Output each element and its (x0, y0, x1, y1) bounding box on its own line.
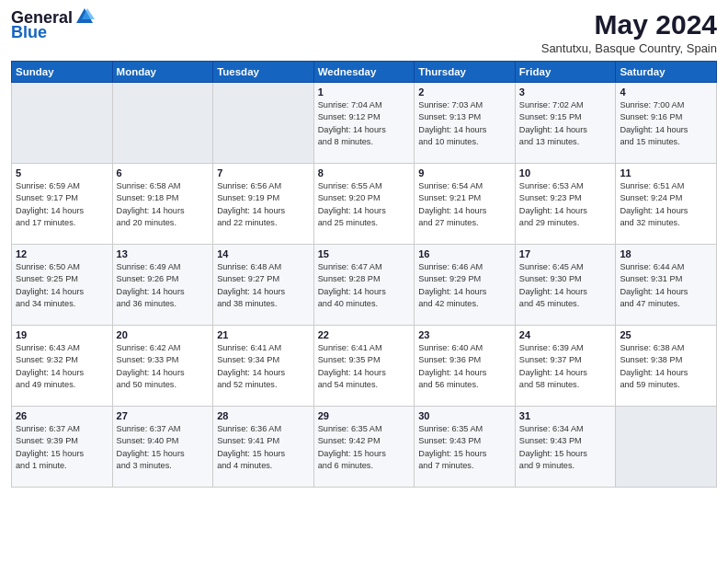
day-number: 27 (117, 410, 210, 421)
day-number: 13 (117, 248, 210, 259)
table-row: 3Sunrise: 7:02 AMSunset: 9:15 PMDaylight… (515, 83, 616, 164)
table-row: 23Sunrise: 6:40 AMSunset: 9:36 PMDayligh… (415, 326, 516, 407)
day-info: Sunrise: 6:47 AMSunset: 9:28 PMDaylight:… (318, 261, 411, 310)
table-row: 8Sunrise: 6:55 AMSunset: 9:20 PMDaylight… (313, 164, 415, 245)
table-row (213, 83, 314, 164)
table-row: 27Sunrise: 6:37 AMSunset: 9:40 PMDayligh… (112, 407, 213, 488)
calendar-week-row: 19Sunrise: 6:43 AMSunset: 9:32 PMDayligh… (12, 326, 717, 407)
table-row: 26Sunrise: 6:37 AMSunset: 9:39 PMDayligh… (12, 407, 113, 488)
title-block: May 2024 Santutxu, Basque Country, Spain (541, 9, 717, 55)
day-number: 8 (318, 167, 411, 178)
day-info: Sunrise: 6:38 AMSunset: 9:38 PMDaylight:… (620, 342, 712, 391)
day-number: 2 (418, 86, 511, 98)
table-row: 5Sunrise: 6:59 AMSunset: 9:17 PMDaylight… (12, 164, 113, 245)
day-info: Sunrise: 6:49 AMSunset: 9:26 PMDaylight:… (117, 261, 210, 310)
day-number: 21 (217, 329, 310, 340)
col-sunday: Sunday (12, 62, 113, 83)
table-row: 4Sunrise: 7:00 AMSunset: 9:16 PMDaylight… (616, 83, 717, 164)
table-row (12, 83, 113, 164)
table-row: 11Sunrise: 6:51 AMSunset: 9:24 PMDayligh… (616, 164, 717, 245)
day-number: 3 (519, 86, 612, 98)
table-row: 1Sunrise: 7:04 AMSunset: 9:12 PMDaylight… (313, 83, 415, 164)
day-number: 5 (16, 167, 108, 178)
table-row: 17Sunrise: 6:45 AMSunset: 9:30 PMDayligh… (515, 245, 616, 326)
calendar-week-row: 1Sunrise: 7:04 AMSunset: 9:12 PMDaylight… (12, 83, 717, 164)
table-row: 16Sunrise: 6:46 AMSunset: 9:29 PMDayligh… (415, 245, 516, 326)
table-row: 25Sunrise: 6:38 AMSunset: 9:38 PMDayligh… (616, 326, 717, 407)
table-row: 24Sunrise: 6:39 AMSunset: 9:37 PMDayligh… (515, 326, 616, 407)
day-info: Sunrise: 6:44 AMSunset: 9:31 PMDaylight:… (620, 261, 712, 310)
day-info: Sunrise: 6:53 AMSunset: 9:23 PMDaylight:… (519, 180, 612, 229)
day-number: 18 (620, 248, 712, 259)
table-row: 19Sunrise: 6:43 AMSunset: 9:32 PMDayligh… (12, 326, 113, 407)
day-info: Sunrise: 7:04 AMSunset: 9:12 PMDaylight:… (318, 99, 411, 148)
col-thursday: Thursday (415, 62, 516, 83)
day-number: 7 (217, 167, 310, 178)
page-header: General Blue May 2024 Santutxu, Basque C… (11, 9, 717, 55)
day-info: Sunrise: 6:39 AMSunset: 9:37 PMDaylight:… (519, 342, 612, 391)
day-info: Sunrise: 6:35 AMSunset: 9:43 PMDaylight:… (418, 423, 511, 472)
logo-blue: Blue (11, 24, 47, 42)
calendar-table: Sunday Monday Tuesday Wednesday Thursday… (11, 61, 717, 488)
day-number: 4 (620, 86, 712, 98)
day-info: Sunrise: 7:00 AMSunset: 9:16 PMDaylight:… (620, 99, 712, 148)
day-info: Sunrise: 6:35 AMSunset: 9:42 PMDaylight:… (318, 423, 411, 472)
day-number: 17 (519, 248, 612, 259)
table-row: 21Sunrise: 6:41 AMSunset: 9:34 PMDayligh… (213, 326, 314, 407)
table-row: 28Sunrise: 6:36 AMSunset: 9:41 PMDayligh… (213, 407, 314, 488)
day-number: 9 (418, 167, 511, 178)
table-row: 30Sunrise: 6:35 AMSunset: 9:43 PMDayligh… (415, 407, 516, 488)
day-number: 26 (16, 410, 108, 421)
calendar-week-row: 26Sunrise: 6:37 AMSunset: 9:39 PMDayligh… (12, 407, 717, 488)
day-number: 30 (418, 410, 511, 421)
col-saturday: Saturday (616, 62, 717, 83)
day-number: 11 (620, 167, 712, 178)
day-info: Sunrise: 6:51 AMSunset: 9:24 PMDaylight:… (620, 180, 712, 229)
table-row: 7Sunrise: 6:56 AMSunset: 9:19 PMDaylight… (213, 164, 314, 245)
day-info: Sunrise: 6:42 AMSunset: 9:33 PMDaylight:… (117, 342, 210, 391)
day-number: 6 (117, 167, 210, 178)
day-info: Sunrise: 7:02 AMSunset: 9:15 PMDaylight:… (519, 99, 612, 148)
day-info: Sunrise: 6:34 AMSunset: 9:43 PMDaylight:… (519, 423, 612, 472)
table-row: 13Sunrise: 6:49 AMSunset: 9:26 PMDayligh… (112, 245, 213, 326)
day-info: Sunrise: 6:37 AMSunset: 9:40 PMDaylight:… (117, 423, 210, 472)
day-number: 25 (620, 329, 712, 340)
table-row: 2Sunrise: 7:03 AMSunset: 9:13 PMDaylight… (415, 83, 516, 164)
day-info: Sunrise: 6:59 AMSunset: 9:17 PMDaylight:… (16, 180, 108, 229)
table-row: 6Sunrise: 6:58 AMSunset: 9:18 PMDaylight… (112, 164, 213, 245)
table-row: 31Sunrise: 6:34 AMSunset: 9:43 PMDayligh… (515, 407, 616, 488)
day-number: 23 (418, 329, 511, 340)
calendar-week-row: 5Sunrise: 6:59 AMSunset: 9:17 PMDaylight… (12, 164, 717, 245)
day-number: 31 (519, 410, 612, 421)
day-info: Sunrise: 6:40 AMSunset: 9:36 PMDaylight:… (418, 342, 511, 391)
table-row: 18Sunrise: 6:44 AMSunset: 9:31 PMDayligh… (616, 245, 717, 326)
day-info: Sunrise: 6:50 AMSunset: 9:25 PMDaylight:… (16, 261, 108, 310)
day-number: 20 (117, 329, 210, 340)
day-info: Sunrise: 6:54 AMSunset: 9:21 PMDaylight:… (418, 180, 511, 229)
day-number: 16 (418, 248, 511, 259)
day-info: Sunrise: 6:46 AMSunset: 9:29 PMDaylight:… (418, 261, 511, 310)
table-row: 15Sunrise: 6:47 AMSunset: 9:28 PMDayligh… (313, 245, 415, 326)
table-row (616, 407, 717, 488)
day-number: 22 (318, 329, 411, 340)
table-row: 9Sunrise: 6:54 AMSunset: 9:21 PMDaylight… (415, 164, 516, 245)
day-number: 28 (217, 410, 310, 421)
day-info: Sunrise: 6:55 AMSunset: 9:20 PMDaylight:… (318, 180, 411, 229)
day-info: Sunrise: 6:48 AMSunset: 9:27 PMDaylight:… (217, 261, 310, 310)
calendar-header-row: Sunday Monday Tuesday Wednesday Thursday… (12, 62, 717, 83)
day-number: 29 (318, 410, 411, 421)
day-number: 19 (16, 329, 108, 340)
table-row: 14Sunrise: 6:48 AMSunset: 9:27 PMDayligh… (213, 245, 314, 326)
day-info: Sunrise: 6:43 AMSunset: 9:32 PMDaylight:… (16, 342, 108, 391)
table-row: 12Sunrise: 6:50 AMSunset: 9:25 PMDayligh… (12, 245, 113, 326)
logo: General Blue (11, 9, 95, 42)
day-info: Sunrise: 6:36 AMSunset: 9:41 PMDaylight:… (217, 423, 310, 472)
day-number: 24 (519, 329, 612, 340)
day-info: Sunrise: 6:37 AMSunset: 9:39 PMDaylight:… (16, 423, 108, 472)
col-monday: Monday (112, 62, 213, 83)
calendar-week-row: 12Sunrise: 6:50 AMSunset: 9:25 PMDayligh… (12, 245, 717, 326)
table-row (112, 83, 213, 164)
day-number: 10 (519, 167, 612, 178)
day-info: Sunrise: 6:41 AMSunset: 9:35 PMDaylight:… (318, 342, 411, 391)
table-row: 22Sunrise: 6:41 AMSunset: 9:35 PMDayligh… (313, 326, 415, 407)
